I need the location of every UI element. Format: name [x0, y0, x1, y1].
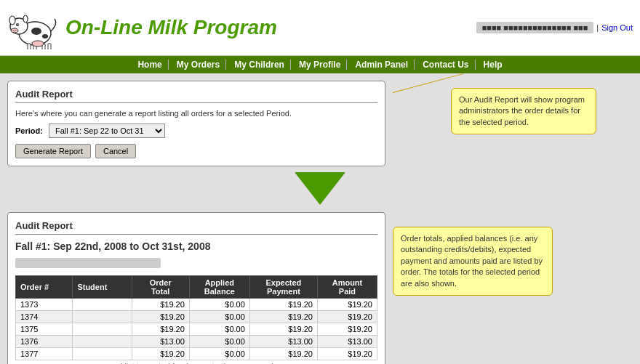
table-header-row: Order # Student OrderTotal AppliedBalanc…	[16, 276, 377, 299]
cell-student	[73, 311, 132, 323]
cell-applied-balance: $0.00	[189, 299, 249, 311]
sign-out-link[interactable]: Sign Out	[601, 23, 633, 32]
svg-point-8	[11, 28, 18, 33]
cell-order-total: $19.20	[132, 299, 189, 311]
period-select[interactable]: Fall #1: Sep 22 to Oct 31	[49, 124, 165, 138]
arrow-down-icon	[295, 172, 345, 205]
cell-amount-paid: $19.20	[317, 299, 377, 311]
report-table: Order # Student OrderTotal AppliedBalanc…	[15, 275, 377, 364]
col-expected-payment: ExpectedPayment	[249, 276, 317, 299]
svg-rect-11	[28, 44, 31, 49]
cell-student	[73, 299, 132, 311]
col-order: Order #	[16, 276, 73, 299]
logo-area: On-Line Milk Program	[7, 6, 277, 49]
cell-applied-balance: $0.00	[189, 336, 249, 348]
col-applied-balance: AppliedBalance	[189, 276, 249, 299]
table-row: 1377 $19.20 $0.00 $19.20 $19.20	[16, 348, 377, 360]
btn-row: Generate Report Cancel	[15, 144, 377, 158]
nav-my-orders[interactable]: My Orders	[171, 60, 226, 70]
redacted-info-bar	[15, 258, 161, 268]
svg-point-4	[9, 16, 15, 25]
result-period-title: Fall #1: Sep 22nd, 2008 to Oct 31st, 200…	[15, 240, 377, 252]
table-row: 1373 $19.20 $0.00 $19.20 $19.20	[16, 299, 377, 311]
svg-point-3	[42, 34, 48, 39]
nav-contact-us[interactable]: Contact Us	[417, 60, 475, 70]
audit-panel-title: Audit Report	[15, 89, 377, 103]
table-row: 1376 $13.00 $0.00 $13.00 $13.00	[16, 336, 377, 348]
cell-student	[73, 348, 132, 360]
svg-rect-14	[48, 44, 51, 49]
truncate-body: . . . ( list truncated for demonstration…	[16, 360, 377, 365]
cell-order: 1373	[16, 299, 73, 311]
col-amount-paid: AmountPaid	[317, 276, 377, 299]
truncate-text: . . . ( list truncated for demonstration…	[16, 360, 377, 365]
cell-expected-payment: $19.20	[249, 299, 317, 311]
header-right: ■■■■ ■■■■■■■■■■■■■■ ■■■ | Sign Out	[476, 22, 633, 33]
table-row: 1375 $19.20 $0.00 $19.20 $19.20	[16, 323, 377, 336]
svg-point-10	[15, 30, 17, 31]
cell-student	[73, 336, 132, 348]
bottom-section: Audit Report Fall #1: Sep 22nd, 2008 to …	[7, 212, 633, 364]
nav-admin-panel[interactable]: Admin Panel	[349, 60, 415, 70]
user-info: ■■■■ ■■■■■■■■■■■■■■ ■■■	[476, 22, 594, 33]
cell-amount-paid: $19.20	[317, 323, 377, 336]
tooltip-top-text: Our Audit Report will show program admin…	[459, 95, 585, 126]
svg-point-15	[32, 41, 44, 46]
generate-report-button[interactable]: Generate Report	[15, 144, 91, 158]
svg-point-5	[23, 15, 28, 23]
cell-expected-payment: $13.00	[249, 336, 317, 348]
tooltip-bottom: Order totals, applied balances (i.e. any…	[393, 227, 553, 296]
svg-point-2	[31, 28, 41, 35]
cell-order: 1375	[16, 323, 73, 336]
nav-my-children[interactable]: My Children	[228, 60, 291, 70]
result-panel-title: Audit Report	[15, 220, 377, 235]
svg-point-9	[13, 30, 15, 31]
cell-order-total: $19.20	[132, 348, 189, 360]
table-body-top: 1373 $19.20 $0.00 $19.20 $19.20 1374 $19…	[16, 299, 377, 360]
cell-amount-paid: $13.00	[317, 336, 377, 348]
cow-logo	[7, 6, 58, 49]
cell-amount-paid: $19.20	[317, 348, 377, 360]
cell-expected-payment: $19.20	[249, 311, 317, 323]
col-order-total: OrderTotal	[132, 276, 189, 299]
main-content: Audit Report Here's where you can genera…	[0, 73, 640, 364]
nav-home[interactable]: Home	[132, 60, 168, 70]
cell-student	[73, 323, 132, 336]
cell-order: 1376	[16, 336, 73, 348]
site-title: On-Line Milk Program	[65, 16, 277, 39]
audit-description: Here's where you can generate a report l…	[15, 109, 377, 118]
cell-order-total: $19.20	[132, 311, 189, 323]
tooltip-top: Our Audit Report will show program admin…	[451, 88, 596, 134]
cell-expected-payment: $19.20	[249, 348, 317, 360]
arrow-section	[7, 172, 633, 206]
cell-order-total: $19.20	[132, 323, 189, 336]
cell-applied-balance: $0.00	[189, 348, 249, 360]
truncate-row: . . . ( list truncated for demonstration…	[16, 360, 377, 365]
cell-applied-balance: $0.00	[189, 323, 249, 336]
svg-point-7	[17, 24, 18, 25]
cell-amount-paid: $19.20	[317, 311, 377, 323]
nav-bar: Home My Orders My Children My Profile Ad…	[0, 56, 640, 73]
cell-order: 1377	[16, 348, 73, 360]
audit-panel-top: Audit Report Here's where you can genera…	[7, 81, 385, 166]
cell-expected-payment: $19.20	[249, 323, 317, 336]
nav-help[interactable]: Help	[478, 60, 508, 70]
cell-applied-balance: $0.00	[189, 311, 249, 323]
separator: |	[596, 23, 599, 32]
tooltip-bottom-text: Order totals, applied balances (i.e. any…	[401, 234, 543, 288]
cell-order: 1374	[16, 311, 73, 323]
period-label: Period:	[15, 126, 43, 135]
col-student: Student	[73, 276, 132, 299]
audit-result-panel: Audit Report Fall #1: Sep 22nd, 2008 to …	[7, 212, 385, 364]
header: On-Line Milk Program ■■■■ ■■■■■■■■■■■■■■…	[0, 0, 640, 56]
cell-order-total: $13.00	[132, 336, 189, 348]
top-section: Audit Report Here's where you can genera…	[7, 81, 633, 166]
table-row: 1374 $19.20 $0.00 $19.20 $19.20	[16, 311, 377, 323]
nav-my-profile[interactable]: My Profile	[293, 60, 347, 70]
cancel-button[interactable]: Cancel	[95, 144, 136, 158]
period-row: Period: Fall #1: Sep 22 to Oct 31	[15, 124, 377, 138]
svg-point-6	[16, 23, 19, 26]
header-user-area: ■■■■ ■■■■■■■■■■■■■■ ■■■ | Sign Out	[476, 22, 633, 33]
